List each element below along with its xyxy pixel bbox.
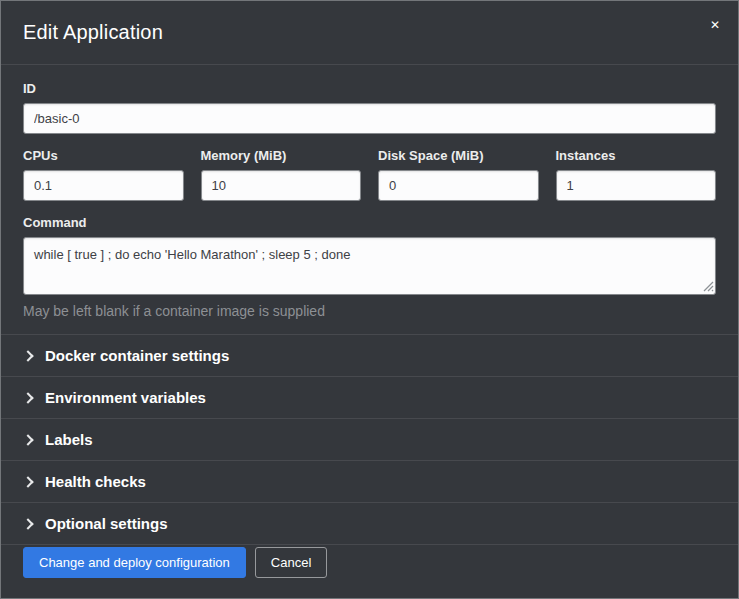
id-label: ID [23, 81, 716, 96]
memory-field-group: Memory (MiB) [201, 148, 362, 201]
application-form: ID CPUs Memory (MiB) Disk Space (MiB) In… [1, 65, 738, 334]
edit-application-modal: Edit Application ✕ ID CPUs Memory (MiB) … [0, 0, 739, 599]
section-label: Docker container settings [45, 347, 229, 364]
section-health-checks[interactable]: Health checks [1, 461, 738, 503]
modal-header: Edit Application ✕ [1, 1, 738, 65]
section-docker-container-settings[interactable]: Docker container settings [1, 335, 738, 377]
resize-handle-icon[interactable] [703, 281, 714, 292]
command-textarea-wrap: while [ true ] ; do echo 'Hello Marathon… [23, 237, 716, 295]
cpus-input[interactable] [23, 170, 184, 201]
id-input[interactable] [23, 103, 716, 134]
chevron-right-icon [22, 350, 33, 361]
chevron-right-icon [22, 518, 33, 529]
section-label: Environment variables [45, 389, 206, 406]
section-label: Optional settings [45, 515, 168, 532]
memory-input[interactable] [201, 170, 362, 201]
memory-label: Memory (MiB) [201, 148, 362, 163]
page-title: Edit Application [23, 19, 716, 45]
close-icon: ✕ [710, 18, 720, 32]
modal-footer: Change and deploy configuration Cancel [1, 547, 738, 598]
close-button[interactable]: ✕ [706, 15, 724, 35]
resources-row: CPUs Memory (MiB) Disk Space (MiB) Insta… [23, 148, 716, 201]
section-label: Labels [45, 431, 93, 448]
accordion-sections: Docker container settings Environment va… [1, 334, 738, 545]
instances-label: Instances [556, 148, 717, 163]
section-environment-variables[interactable]: Environment variables [1, 377, 738, 419]
section-labels[interactable]: Labels [1, 419, 738, 461]
command-label: Command [23, 215, 716, 230]
chevron-right-icon [22, 434, 33, 445]
command-help-text: May be left blank if a container image i… [23, 302, 716, 320]
command-field-group: Command while [ true ] ; do echo 'Hello … [23, 215, 716, 320]
section-optional-settings[interactable]: Optional settings [1, 503, 738, 545]
id-field-group: ID [23, 81, 716, 134]
instances-field-group: Instances [556, 148, 717, 201]
change-and-deploy-button[interactable]: Change and deploy configuration [23, 547, 246, 578]
instances-input[interactable] [556, 170, 717, 201]
chevron-right-icon [22, 392, 33, 403]
command-textarea[interactable]: while [ true ] ; do echo 'Hello Marathon… [23, 237, 716, 295]
cpus-field-group: CPUs [23, 148, 184, 201]
cancel-button[interactable]: Cancel [255, 547, 327, 578]
section-label: Health checks [45, 473, 146, 490]
cpus-label: CPUs [23, 148, 184, 163]
chevron-right-icon [22, 476, 33, 487]
disk-space-label: Disk Space (MiB) [378, 148, 539, 163]
disk-space-input[interactable] [378, 170, 539, 201]
disk-field-group: Disk Space (MiB) [378, 148, 539, 201]
